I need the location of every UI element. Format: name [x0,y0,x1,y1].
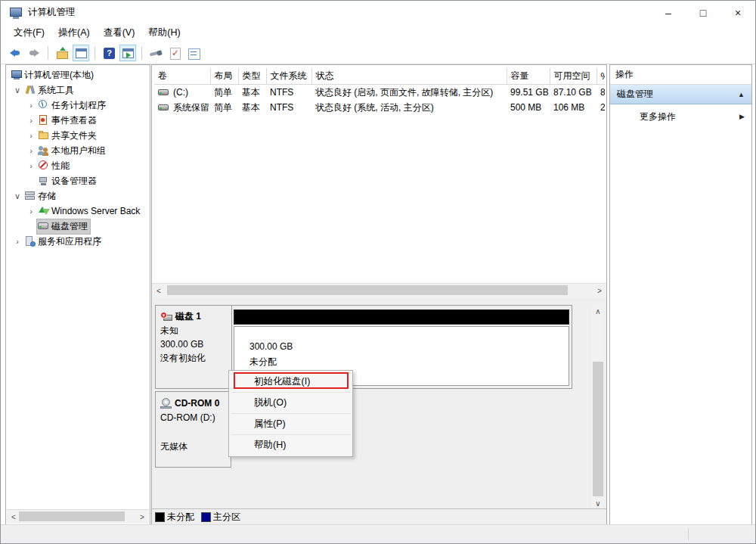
tree-item-shared-folders[interactable]: › 共享文件夹 [7,128,149,143]
tree-item-task-scheduler[interactable]: › 任务计划程序 [7,98,149,113]
console-window-icon[interactable] [73,45,89,61]
volume-type: 基本 [238,100,266,115]
column-capacity[interactable]: 容量 [507,68,550,85]
menu-file[interactable]: 文件(F) [7,26,51,39]
scrollbar-thumb[interactable] [593,362,603,496]
graphical-vertical-scrollbar[interactable]: ∧ ∨ [592,305,604,509]
scroll-up-icon[interactable]: ∧ [592,305,604,317]
menu-item-offline[interactable]: 脱机(O) [229,393,352,413]
volume-icon [158,104,170,112]
legend-item-unallocated: 未分配 [156,511,194,524]
actions-section-disk-management[interactable]: 磁盘管理 ▲ [610,85,751,104]
volume-status: 状态良好 (系统, 活动, 主分区) [311,100,507,115]
device-manager-icon [38,176,50,186]
actions-panel: 操作 磁盘管理 ▲ 更多操作 ▶ [609,64,752,525]
expand-right-icon[interactable]: ▶ [739,113,745,120]
scroll-right-icon[interactable]: > [136,511,148,523]
scroll-right-icon[interactable]: > [593,284,606,297]
tree-horizontal-scrollbar[interactable]: < > [7,509,149,524]
volume-name: (C:) [173,87,188,98]
chevron-down-icon[interactable]: ∨ [11,191,23,201]
volume-status: 状态良好 (启动, 页面文件, 故障转储, 主分区) [311,85,507,101]
chevron-right-icon[interactable]: › [25,146,37,155]
tree-item-label: 事件查看器 [50,114,97,127]
volume-layout: 简单 [210,85,238,101]
actions-section-label: 磁盘管理 [617,88,738,101]
computer-icon [11,70,23,80]
volume-percent: 2 [596,100,605,115]
legend-item-primary-partition: 主分区 [202,511,240,524]
more-actions-item[interactable]: 更多操作 ▶ [610,104,751,129]
scroll-left-icon[interactable]: < [153,284,165,297]
shared-folders-icon [38,130,50,141]
tree-item-system-tools[interactable]: ∨ 系统工具 [7,82,149,98]
configure-icon[interactable] [147,45,164,61]
menu-view[interactable]: 查看(V) [97,26,142,39]
tree-item-disk-management[interactable]: 磁盘管理 [7,219,149,234]
column-volume[interactable]: 卷 [154,68,210,85]
chevron-right-icon[interactable]: › [25,207,37,216]
chevron-right-icon[interactable]: › [25,161,37,170]
tree-item-storage[interactable]: ∨ 存储 [7,188,149,204]
menu-item-help[interactable]: 帮助(H) [229,435,352,455]
back-icon[interactable] [7,45,23,61]
chevron-down-icon[interactable]: ∨ [11,85,23,95]
more-actions-label: 更多操作 [640,110,739,123]
window-controls: – □ × [651,1,755,24]
forward-icon[interactable] [26,45,42,61]
middle-horizontal-scrollbar[interactable]: < > [152,283,606,298]
disk1-row[interactable]: 磁盘 1 未知 300.00 GB 没有初始化 300.00 GB 未分配 [155,305,572,389]
app-icon [10,7,22,19]
menu-item-initialize-disk[interactable]: 初始化磁盘(I) [229,371,352,392]
minimize-button[interactable]: – [651,1,686,24]
column-filesystem[interactable]: 文件系统 [266,68,311,85]
tree-item-computer-management[interactable]: 计算机管理(本地) [7,67,149,82]
console-tree: 计算机管理(本地) ∨ 系统工具 › 任务计划程序 › 事件查看器 › 共享文件… [7,67,149,508]
column-status[interactable]: 状态 [311,68,507,85]
tree-item-label: 存储 [36,190,56,203]
volume-name: 系统保留 [173,102,209,113]
column-percent[interactable]: % [596,68,605,85]
show-console-tree-icon[interactable] [54,45,70,61]
scroll-down-icon[interactable]: ∨ [592,497,604,509]
volume-table: 卷 布局 类型 文件系统 状态 容量 可用空间 % (C:) 简单 基本 [154,68,605,115]
menu-action[interactable]: 操作(A) [51,26,97,39]
maximize-button[interactable]: □ [686,1,720,24]
check-document-icon[interactable] [166,45,183,61]
toolbar-separator [48,46,48,60]
tree-item-services-applications[interactable]: › 服务和应用程序 [7,234,149,249]
region-size: 300.00 GB [249,339,569,354]
collapse-icon[interactable]: ▲ [738,91,745,98]
help-icon[interactable] [101,45,117,61]
column-type[interactable]: 类型 [238,68,266,85]
tree-item-performance[interactable]: › 性能 [7,158,149,173]
disk1-name: 磁盘 1 [175,309,201,323]
volume-free: 87.10 GB [550,85,596,101]
scroll-left-icon[interactable]: < [8,511,20,523]
volume-capacity: 99.51 GB [507,85,550,101]
table-row-volume-system-reserved[interactable]: 系统保留 简单 基本 NTFS 状态良好 (系统, 活动, 主分区) 500 M… [154,100,605,115]
close-button[interactable]: × [720,1,755,24]
scrollbar-thumb[interactable] [19,511,125,521]
column-free-space[interactable]: 可用空间 [550,68,596,85]
disk1-header-cell[interactable]: 磁盘 1 未知 300.00 GB 没有初始化 [156,306,232,388]
chevron-right-icon[interactable]: › [25,116,37,125]
event-viewer-icon [38,115,50,126]
menu-help[interactable]: 帮助(H) [141,26,187,39]
cdrom-header-cell[interactable]: CD-ROM 0 CD-ROM (D:) 无媒体 [155,391,231,468]
tree-item-device-manager[interactable]: 设备管理器 [7,173,149,188]
tree-item-local-users-groups[interactable]: › 本地用户和组 [7,143,149,158]
column-layout[interactable]: 布局 [210,68,238,85]
table-row-volume-c[interactable]: (C:) 简单 基本 NTFS 状态良好 (启动, 页面文件, 故障转储, 主分… [154,85,605,101]
task-list-icon[interactable] [185,45,202,61]
chevron-right-icon[interactable]: › [25,101,37,110]
tree-item-event-viewer[interactable]: › 事件查看器 [7,113,149,128]
volume-percent: 8 [596,85,605,101]
disk1-state: 没有初始化 [160,351,227,365]
menu-item-properties[interactable]: 属性(P) [229,414,352,434]
chevron-right-icon[interactable]: › [25,131,37,140]
tree-item-windows-server-backup[interactable]: › Windows Server Back [7,204,149,219]
scrollbar-thumb[interactable] [167,285,568,295]
console-window-play-icon[interactable] [119,45,136,61]
chevron-right-icon[interactable]: › [11,237,23,246]
